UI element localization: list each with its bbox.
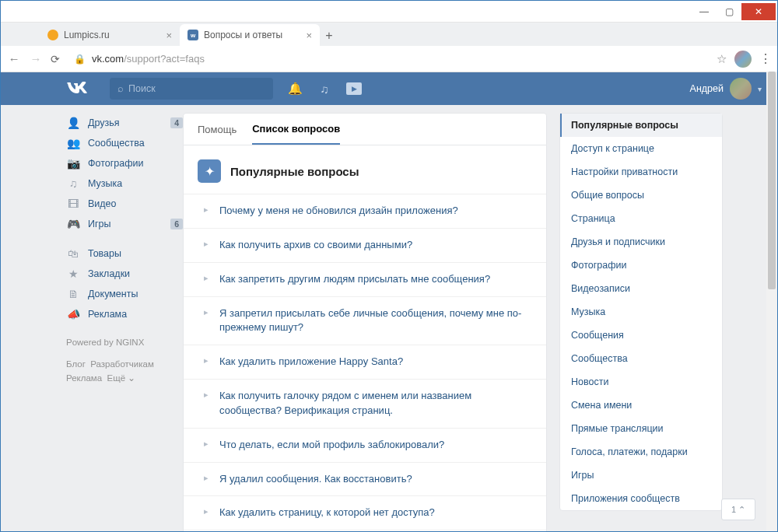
footer-more-link[interactable]: Ещё ⌄	[107, 373, 136, 383]
nav-forward-icon[interactable]: →	[29, 52, 43, 65]
sidebar-label: Игры	[88, 219, 110, 229]
questions-card: ✦ Популярные вопросы Почему у меня не об…	[183, 145, 547, 531]
category-link[interactable]: Голоса, платежи, подарки	[560, 440, 722, 464]
subtab-bar: Помощь Список вопросов	[183, 113, 547, 145]
reload-icon[interactable]: ⟳	[51, 53, 60, 65]
question-link[interactable]: Как получить галочку рядом с именем или …	[184, 379, 546, 428]
sidebar-label: Закладки	[88, 268, 130, 279]
categories-sidebar: Популярные вопросы Доступ к странице Нас…	[559, 113, 723, 531]
new-tab-button[interactable]: +	[320, 29, 338, 46]
document-icon: 🗎	[66, 288, 80, 300]
tab-close-icon[interactable]: ×	[306, 30, 312, 41]
vk-header: ⌕ Поиск 🔔 ♫ ▶ Андрей ▾	[1, 72, 777, 105]
sidebar-item-market[interactable]: 🛍 Товары	[66, 243, 183, 264]
category-link[interactable]: Новости	[560, 370, 722, 394]
window-minimize-button[interactable]: —	[692, 3, 717, 20]
sidebar-item-docs[interactable]: 🗎 Документы	[66, 284, 183, 304]
scrollbar-thumb[interactable]	[768, 72, 776, 289]
category-link[interactable]: Настройки приватности	[560, 160, 722, 184]
question-link[interactable]: Как запретить другим людям присылать мне…	[184, 262, 546, 296]
category-link[interactable]: Популярные вопросы	[560, 114, 722, 137]
scroll-to-top-button[interactable]: 1 ⌃	[721, 499, 755, 520]
sidebar-badge: 6	[170, 219, 183, 229]
camera-icon: 📷	[66, 157, 80, 170]
category-link[interactable]: Приложения сообществ	[560, 487, 722, 510]
sidebar-item-groups[interactable]: 👥 Сообщества	[66, 133, 183, 153]
sidebar-footer: Powered by NGINX Блог Разработчикам Рекл…	[66, 335, 183, 385]
header-user-menu[interactable]: Андрей ▾	[690, 78, 762, 100]
sidebar-label: Сообщества	[88, 138, 145, 149]
favicon-vk: w	[187, 30, 198, 40]
category-link[interactable]: Доступ к странице	[560, 137, 722, 160]
chevron-down-icon: ▾	[758, 85, 762, 93]
star-icon: ★	[66, 268, 80, 280]
question-link[interactable]: Как удалить приложение Happy Santa?	[184, 345, 546, 379]
video-play-icon[interactable]: ▶	[346, 82, 362, 95]
category-link[interactable]: Друзья и подписчики	[560, 230, 722, 254]
footer-blog-link[interactable]: Блог	[66, 359, 86, 369]
page-content: ⌕ Поиск 🔔 ♫ ▶ Андрей ▾ 👤 Друзья 4	[1, 72, 777, 531]
sidebar-label: Фотографии	[88, 158, 143, 169]
category-link[interactable]: Игры	[560, 464, 722, 487]
category-link[interactable]: Фотографии	[560, 254, 722, 277]
search-icon: ⌕	[117, 83, 124, 94]
left-sidebar: 👤 Друзья 4 👥 Сообщества 📷 Фотографии ♫ М…	[66, 105, 183, 531]
question-link[interactable]: Как получить архив со своими данными?	[184, 228, 546, 262]
friends-icon: 👤	[66, 117, 80, 129]
browser-tabstrip: Lumpics.ru × w Вопросы и ответы × +	[1, 23, 777, 46]
category-link[interactable]: Смена имени	[560, 394, 722, 417]
sidebar-label: Музыка	[88, 178, 122, 189]
sidebar-item-games[interactable]: 🎮 Игры 6	[66, 214, 183, 234]
tab-label: Вопросы и ответы	[204, 30, 282, 40]
question-link[interactable]: Я удалил сообщения. Как восстановить?	[184, 462, 546, 496]
username: Андрей	[690, 83, 724, 94]
subtab-help[interactable]: Помощь	[198, 114, 237, 145]
category-link[interactable]: Сообщения	[560, 324, 722, 347]
browser-scrollbar[interactable]	[766, 72, 777, 531]
vk-logo[interactable]	[66, 82, 88, 96]
category-link[interactable]: Видеозаписи	[560, 277, 722, 300]
footer-devs-link[interactable]: Разработчикам	[90, 359, 154, 369]
browser-tab-inactive[interactable]: Lumpics.ru ×	[40, 24, 180, 46]
window-maximize-button[interactable]: ▢	[717, 3, 741, 20]
sidebar-item-bookmarks[interactable]: ★ Закладки	[66, 264, 183, 284]
subtab-questions-list[interactable]: Список вопросов	[252, 114, 340, 145]
categories-list: Популярные вопросы Доступ к странице Нас…	[559, 113, 723, 511]
nav-back-icon[interactable]: ←	[7, 52, 21, 65]
address-bar[interactable]: 🔒 vk.com/support?act=faqs	[68, 53, 709, 65]
tab-close-icon[interactable]: ×	[166, 30, 172, 41]
category-link[interactable]: Общие вопросы	[560, 184, 722, 207]
user-avatar	[730, 78, 752, 100]
question-link[interactable]: Я запретил присылать себе личные сообщен…	[184, 296, 546, 345]
sidebar-label: Реклама	[88, 309, 127, 320]
category-link[interactable]: Музыка	[560, 300, 722, 324]
question-link[interactable]: Что делать, если мой профиль заблокирова…	[184, 428, 546, 462]
music-icon[interactable]: ♫	[317, 82, 332, 96]
sidebar-item-video[interactable]: 🎞 Видео	[66, 194, 183, 214]
browser-tab-active[interactable]: w Вопросы и ответы ×	[180, 24, 320, 46]
notifications-icon[interactable]: 🔔	[287, 82, 303, 96]
footer-ads-link[interactable]: Реклама	[66, 373, 102, 383]
sidebar-item-ads[interactable]: 📣 Реклама	[66, 304, 183, 324]
question-link[interactable]: Как удалить страницу, к которой нет дост…	[184, 495, 546, 530]
search-input[interactable]: ⌕ Поиск	[110, 78, 273, 100]
sidebar-label: Документы	[88, 289, 138, 299]
sidebar-label: Видео	[88, 198, 117, 209]
sidebar-item-music[interactable]: ♫ Музыка	[66, 173, 183, 194]
gamepad-icon: 🎮	[66, 218, 80, 230]
groups-icon: 👥	[66, 137, 80, 149]
browser-menu-icon[interactable]: ⋮	[759, 51, 771, 66]
profile-avatar[interactable]	[734, 51, 752, 68]
sidebar-item-friends[interactable]: 👤 Друзья 4	[66, 113, 183, 133]
category-link[interactable]: Страница	[560, 207, 722, 230]
question-link[interactable]: Мою страницу взломали!	[184, 530, 546, 531]
sidebar-item-photos[interactable]: 📷 Фотографии	[66, 153, 183, 173]
category-link[interactable]: Сообщества	[560, 347, 722, 370]
bookmark-star-icon[interactable]: ☆	[717, 52, 727, 66]
window-close-button[interactable]: ✕	[741, 3, 776, 20]
question-link[interactable]: Почему у меня не обновился дизайн прилож…	[184, 194, 546, 228]
favicon-lumpics	[47, 30, 58, 40]
lock-icon: 🔒	[74, 54, 86, 65]
sidebar-label: Друзья	[88, 117, 120, 128]
category-link[interactable]: Прямые трансляции	[560, 417, 722, 440]
